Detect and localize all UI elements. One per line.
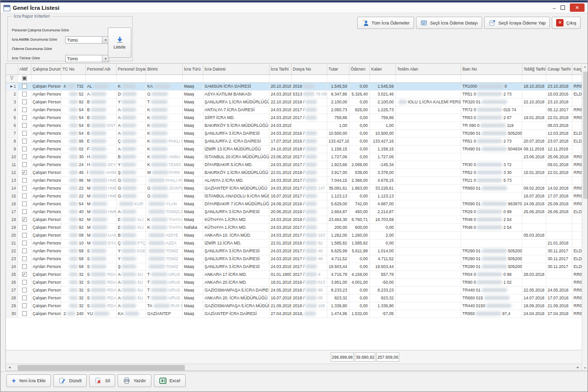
table-row[interactable]: 9Ayrılan Personel02FAKMaaşİZMİR 13.İCRA … [6, 145, 582, 153]
table-row[interactable]: 16Ayrılan Personel54MKURYLANMaaşDİYARBAK… [6, 200, 582, 208]
column-header-odenen[interactable]: Ödenen [349, 64, 369, 74]
duzelt-button[interactable]: Düzelt [53, 374, 87, 387]
filter-cell-odenen[interactable] [349, 74, 369, 82]
aktif-checkbox[interactable] [22, 131, 27, 136]
filter-cell-daire[interactable] [203, 74, 269, 82]
aktif-checkbox[interactable] [22, 256, 27, 261]
filter-cell-kalan[interactable] [369, 74, 395, 82]
horizontal-scrollbar[interactable]: ◄ ► [6, 364, 582, 371]
table-row[interactable]: 6Ayrılan Personel54BENTAKMaaşBAKIRKÖY 5 … [6, 122, 582, 129]
filter-cell-iban[interactable] [461, 74, 522, 82]
table-row[interactable]: 21Ayrılan Personel10MSTAFAÇFTÇİAZZAMaaşİ… [6, 239, 582, 247]
aktif-checkbox[interactable] [22, 233, 27, 238]
scroll-up-icon[interactable]: ▲ [584, 65, 587, 68]
filter-cell-teblig[interactable] [522, 74, 546, 82]
filter-cell-no[interactable] [6, 74, 18, 82]
aktif-checkbox[interactable] [22, 99, 27, 104]
table-row[interactable]: 8Ayrılan Personel96EÇKPAKLI PASMaaşŞANLI… [6, 137, 582, 145]
sil-button[interactable]: Sil [89, 374, 115, 387]
column-header-tarih[interactable]: İcra Tarihi [269, 64, 291, 74]
table-row[interactable]: 18Çalışan Personel92MEVLİKTAHYAMaaşKÜTAH… [6, 216, 582, 223]
filter-cell-soyad[interactable] [116, 74, 146, 82]
aktif-checkbox[interactable] [22, 217, 27, 222]
scroll-right-icon[interactable]: ► [576, 366, 580, 369]
table-row[interactable]: 3Çalışan Personel92BYTMaaşŞANLIURFA 1.İC… [6, 98, 582, 106]
aktif-checkbox[interactable] [22, 194, 27, 198]
table-row[interactable]: 11Ayrılan Personel24HSEYİNYKTEMİZMaaşDİY… [6, 161, 582, 169]
filter-cell-tur[interactable] [182, 74, 203, 82]
aktif-checkbox[interactable] [22, 178, 27, 183]
aktif-checkbox[interactable] [22, 201, 27, 206]
filter-cell-kargo[interactable] [572, 74, 582, 82]
table-row[interactable]: 10Ayrılan Personel30HBKANBUMaaşİSTANBUL … [6, 153, 582, 161]
filter-cell-birim[interactable] [146, 74, 182, 82]
filter-cell-cevap[interactable] [546, 74, 572, 82]
aktif-checkbox[interactable] [22, 84, 27, 89]
table-row[interactable]: 30Çalışan Personel2240YUKAGAZİANTEPMaaşG… [6, 310, 582, 318]
filter-select-aktiflik-durumu[interactable]: Tümü ▾ [65, 55, 109, 62]
aktif-checkbox[interactable] [22, 241, 27, 245]
table-row[interactable]: 4Ayrılan Personel54BAKMaaşANTALYA 7.İCRA… [6, 106, 582, 114]
aktif-checkbox[interactable] [22, 147, 27, 151]
yazdir-button[interactable]: Yazdır [118, 374, 151, 387]
column-header-teblig[interactable]: Tebliğ Tarihi [522, 64, 546, 74]
column-header-ad[interactable]: Personel Adı [85, 64, 116, 74]
secli-icraya-odeme-yap-button[interactable]: Seçli İcraya Ödeme Yap [484, 17, 550, 29]
filter-cell-aktif[interactable] [18, 74, 31, 82]
vertical-scrollbar[interactable]: ▲ ▼ [582, 64, 588, 371]
table-row[interactable]: 23Ayrılan Personel58SYTEMİZMaaşŞANLIURFA… [6, 255, 582, 263]
filter-select-calisma-durumu[interactable]: Tümü ▾ [65, 36, 109, 44]
tum-icra-odemeler-button[interactable]: Tüm İcra Ödemeler [357, 17, 414, 29]
column-header-dosya[interactable]: Dosya No [291, 64, 327, 74]
column-header-no[interactable] [6, 64, 18, 74]
table-row[interactable]: 15Ayrılan Personel22MHMETGGMaaşİSTANBUL … [6, 192, 582, 200]
column-header-aktif[interactable]: Aktif [18, 64, 31, 74]
aktif-checkbox[interactable] [22, 115, 27, 120]
aktif-checkbox[interactable] [22, 209, 27, 214]
listele-button[interactable]: Listele [108, 27, 131, 58]
column-header-tutar[interactable]: Tutar [327, 64, 349, 74]
table-row[interactable]: 19Çalışan Personel92MEVLİKTAHYANafakaKÜT… [6, 223, 582, 231]
filter-cell-teslim[interactable] [395, 74, 461, 82]
aktif-checkbox[interactable] [22, 248, 27, 253]
filter-cell-tutar[interactable] [327, 74, 349, 82]
scroll-left-icon[interactable]: ◄ [8, 366, 11, 369]
aktif-checkbox[interactable] [22, 280, 27, 285]
column-header-cevap[interactable]: Cevap Tarihi [546, 64, 572, 74]
table-row[interactable]: 14Ayrılan Personel22MHMETGGZİANTEPMaaşGA… [6, 184, 582, 192]
table-row[interactable]: 24Ayrılan Personel58SŞTEMİZMaaşŞANLIURFA… [6, 263, 582, 270]
aktif-checkbox[interactable] [22, 186, 27, 191]
aktif-checkbox[interactable] [22, 92, 27, 97]
secli-icra-odeme-detayi-button[interactable]: Seçli İcra Ödeme Detayı [416, 17, 483, 29]
aktif-filter-checkbox[interactable] [22, 76, 27, 81]
table-row[interactable]: 27Çalışan Personel32SRDARASUTURUSMaaşGAZ… [6, 286, 582, 294]
aktif-checkbox[interactable] [22, 272, 27, 277]
minimize-button[interactable]: – [553, 4, 556, 12]
aktif-checkbox[interactable] [22, 303, 27, 308]
column-header-teslim[interactable]: Teslim Alan [395, 64, 461, 74]
table-row[interactable]: 29Çalışan Personel32SRDARATARUS BOWLINGM… [6, 302, 582, 310]
aktif-checkbox[interactable] [22, 170, 27, 175]
column-header-iban[interactable]: İban No [461, 64, 522, 74]
aktif-checkbox[interactable] [22, 139, 27, 144]
table-row[interactable]: 2Ayrılan Personel52ADGMaaşASYA KATILIM B… [6, 90, 582, 98]
table-row[interactable]: 13Ayrılan Personel96MHMETGPAKLI PASMaaşA… [6, 176, 582, 184]
aktif-checkbox[interactable] [22, 288, 27, 293]
maximize-button[interactable] [561, 5, 565, 10]
aktif-checkbox[interactable] [22, 154, 27, 159]
scroll-down-icon[interactable]: ▼ [584, 367, 587, 369]
horizontal-scroll-thumb[interactable] [18, 365, 185, 370]
column-header-daire[interactable]: İcra Dairesi [203, 64, 269, 74]
table-row[interactable]: 25Çalışan Personel32SRDARASUTURUSMaaşANK… [6, 270, 582, 278]
aktif-checkbox[interactable] [22, 123, 27, 128]
aktif-checkbox[interactable] [22, 264, 27, 269]
filter-cell-tc[interactable] [61, 74, 85, 82]
column-header-kargo[interactable]: Kargo [572, 64, 582, 74]
yeni-icra-ekle-button[interactable]: + Yeni İcra Ekle [6, 374, 51, 387]
table-row[interactable]: 7Ayrılan Personel54BAKMaaşŞANLIURFA 3.İC… [6, 129, 582, 137]
table-row[interactable]: 12Çalışan Personel46İAHİM HALİLŞMPARKMaa… [6, 169, 582, 176]
column-header-soyad[interactable]: Personel Soyadı [116, 64, 146, 74]
filter-cell-dosya[interactable] [291, 74, 327, 82]
column-header-kalan[interactable]: Kalan [369, 64, 395, 74]
vertical-scroll-thumb[interactable] [583, 72, 588, 199]
